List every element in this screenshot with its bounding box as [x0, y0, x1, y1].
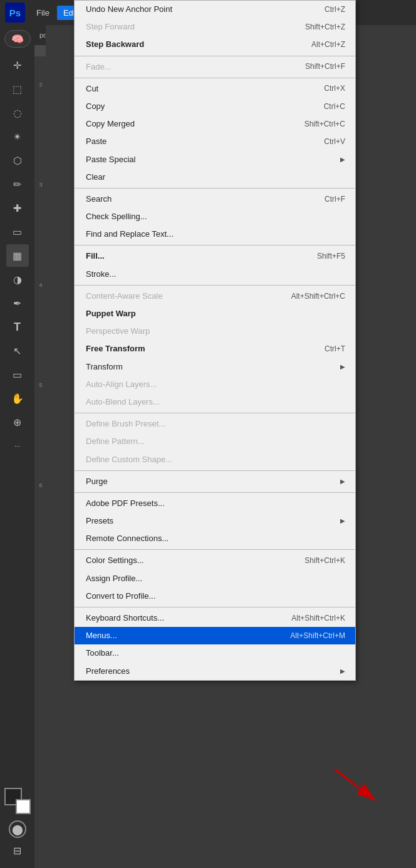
marquee-tool[interactable]: ⬚ — [6, 78, 29, 100]
menu-item-auto-blend[interactable]: Auto-Blend Layers... — [75, 393, 355, 411]
left-ruler: 2 3 4 5 6 — [34, 56, 46, 868]
gradient-tool[interactable]: ▦ — [6, 244, 29, 267]
menu-item-presets[interactable]: Presets ▶ — [75, 512, 355, 530]
menu-item-step-backward[interactable]: Step Backward Alt+Ctrl+Z — [75, 36, 355, 53]
menu-item-clear[interactable]: Clear — [75, 168, 355, 186]
ruler-mark-6: 6 — [34, 482, 46, 582]
left-toolbar: 🧠 ✛ ⬚ ◌ ✴ ⬡ ✏ ✚ ▭ ▦ ◑ ✒ T ↖ ▭ ✋ ⊕ ··· ⬤ … — [0, 25, 34, 868]
menu-item-step-forward[interactable]: Step Forward Shift+Ctrl+Z — [75, 18, 355, 36]
menu-item-remote-connections[interactable]: Remote Connections... — [75, 530, 355, 547]
menu-item-undo[interactable]: Undo New Anchor Point Ctrl+Z — [75, 1, 355, 18]
menu-item-paste-special[interactable]: Paste Special ▶ — [75, 151, 355, 168]
eyedropper-tool[interactable]: ⬡ — [6, 149, 29, 172]
menu-item-define-brush[interactable]: Define Brush Preset... — [75, 415, 355, 433]
menu-item-copy[interactable]: Copy Ctrl+C — [75, 98, 355, 115]
ruler-mark-5: 5 — [34, 382, 46, 482]
ruler-mark-2: 2 — [34, 81, 46, 182]
menu-item-purge[interactable]: Purge ▶ — [75, 473, 355, 490]
channels-tool[interactable]: ⊟ — [6, 839, 29, 862]
ruler-mark-4: 4 — [34, 282, 46, 382]
menu-item-define-shape[interactable]: Define Custom Shape... — [75, 451, 355, 468]
menu-item-copy-merged[interactable]: Copy Merged Shift+Ctrl+C — [75, 115, 355, 133]
pen-tool[interactable]: ✒ — [6, 292, 29, 314]
menu-item-check-spelling[interactable]: Check Spelling... — [75, 208, 355, 225]
brush-tool[interactable]: ✏ — [6, 173, 29, 195]
magic-wand-tool[interactable]: ✴ — [6, 125, 29, 148]
menu-item-free-transform[interactable]: Free Transform Ctrl+T — [75, 340, 355, 358]
menu-item-assign-profile[interactable]: Assign Profile... — [75, 570, 355, 587]
menu-item-cut[interactable]: Cut Ctrl+X — [75, 80, 355, 98]
divider-8 — [75, 492, 355, 493]
menu-item-fade[interactable]: Fade... Shift+Ctrl+F — [75, 58, 355, 76]
zoom-tool[interactable]: ⊕ — [6, 411, 29, 433]
menu-item-define-pattern[interactable]: Define Pattern... — [75, 433, 355, 450]
divider-3 — [75, 188, 355, 189]
divider-7 — [75, 470, 355, 471]
menu-item-paste[interactable]: Paste Ctrl+V — [75, 133, 355, 150]
divider-10 — [75, 607, 355, 607]
divider-2 — [75, 78, 355, 78]
hand-tool[interactable]: ✋ — [6, 387, 29, 410]
menu-item-perspective-warp[interactable]: Perspective Warp — [75, 323, 355, 340]
menu-item-toolbar[interactable]: Toolbar... — [75, 644, 355, 662]
divider-4 — [75, 245, 355, 245]
type-tool[interactable]: T — [6, 316, 29, 338]
menu-item-fill[interactable]: Fill... Shift+F5 — [75, 247, 355, 265]
menu-item-menus[interactable]: Menus... Alt+Shift+Ctrl+M — [75, 627, 355, 644]
shape-tool[interactable]: ▭ — [6, 363, 29, 386]
menu-item-transform[interactable]: Transform ▶ — [75, 358, 355, 376]
menu-item-auto-align[interactable]: Auto-Align Layers... — [75, 376, 355, 393]
move-tool[interactable]: ✛ — [6, 54, 29, 76]
dodge-tool[interactable]: ◑ — [6, 268, 29, 291]
more-tools[interactable]: ··· — [6, 435, 29, 457]
healing-tool[interactable]: ✚ — [6, 197, 29, 219]
menu-item-preferences[interactable]: Preferences ▶ — [75, 663, 355, 680]
divider-1 — [75, 56, 355, 56]
mask-tool[interactable]: ⬤ — [9, 820, 26, 838]
menu-item-adobe-pdf[interactable]: Adobe PDF Presets... — [75, 495, 355, 512]
menu-item-keyboard-shortcuts[interactable]: Keyboard Shortcuts... Alt+Shift+Ctrl+K — [75, 609, 355, 627]
menu-item-puppet-warp[interactable]: Puppet Warp — [75, 305, 355, 323]
lasso-tool[interactable]: ◌ — [6, 101, 29, 124]
selection-tool[interactable]: ↖ — [6, 339, 29, 362]
color-swatch[interactable] — [4, 788, 31, 814]
divider-6 — [75, 413, 355, 413]
menu-item-find-replace[interactable]: Find and Replace Text... — [75, 225, 355, 243]
divider-5 — [75, 285, 355, 286]
menu-item-color-settings[interactable]: Color Settings... Shift+Ctrl+K — [75, 552, 355, 569]
divider-9 — [75, 549, 355, 550]
menu-item-convert-profile[interactable]: Convert to Profile... — [75, 587, 355, 605]
brain-tool[interactable]: 🧠 — [4, 30, 31, 48]
ruler-mark-3: 3 — [34, 182, 46, 282]
menu-item-content-aware[interactable]: Content-Aware Scale Alt+Shift+Ctrl+C — [75, 287, 355, 305]
menu-file[interactable]: File — [30, 6, 56, 20]
ps-logo: Ps — [5, 3, 25, 23]
edit-menu: Undo New Anchor Point Ctrl+Z Step Forwar… — [74, 0, 356, 681]
menu-item-search[interactable]: Search Ctrl+F — [75, 190, 355, 208]
menu-item-stroke[interactable]: Stroke... — [75, 266, 355, 283]
eraser-tool[interactable]: ▭ — [6, 220, 29, 243]
